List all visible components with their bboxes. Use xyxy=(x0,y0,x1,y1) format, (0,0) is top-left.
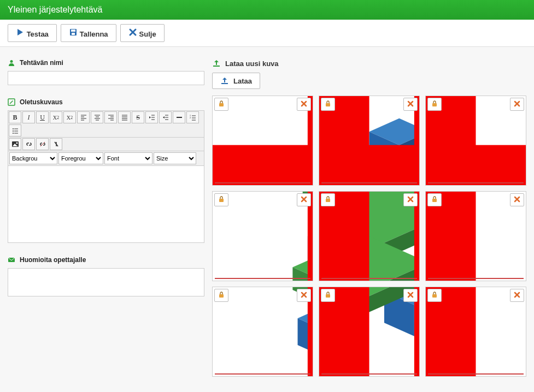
tile-lock-button[interactable] xyxy=(427,289,442,302)
rte-size-select[interactable]: Size xyxy=(154,152,196,164)
task-name-input[interactable] xyxy=(8,71,204,85)
svg-rect-97 xyxy=(326,294,330,298)
tile-delete-button[interactable] xyxy=(403,289,418,302)
svg-point-39 xyxy=(13,130,14,132)
rte-content-area[interactable] xyxy=(8,166,204,242)
delete-icon xyxy=(301,292,307,300)
tile[interactable] xyxy=(212,191,313,281)
task-name-block: Tehtävän nimi xyxy=(8,59,204,85)
rte-underline-button[interactable]: U xyxy=(36,111,49,123)
edit-icon xyxy=(8,98,15,106)
tile-delete-button[interactable] xyxy=(403,98,418,111)
description-label: Oletuskuvaus xyxy=(8,98,204,106)
svg-rect-3 xyxy=(72,33,75,35)
rte-superscript-button[interactable]: X2 xyxy=(63,111,76,123)
rte-indent-button[interactable] xyxy=(159,111,172,123)
tile-delete-button[interactable] xyxy=(297,98,311,111)
svg-rect-49 xyxy=(213,66,220,67)
tile-delete-button[interactable] xyxy=(297,289,311,302)
tile-toolbar xyxy=(214,193,311,206)
rte-ol-button[interactable]: 12 xyxy=(186,111,199,123)
rte-foreground-select[interactable]: Foregrou xyxy=(58,152,103,164)
rte-font-select[interactable]: Font xyxy=(104,152,152,164)
tile[interactable] xyxy=(425,96,526,186)
tile-delete-button[interactable] xyxy=(510,98,524,111)
rte-bold-button[interactable]: B xyxy=(9,111,21,123)
page-title: Yleinen järjestelytehtävä xyxy=(0,0,534,20)
svg-line-47 xyxy=(40,142,45,146)
tile-underline xyxy=(428,278,524,279)
svg-text:2: 2 xyxy=(190,116,191,119)
rte-clear-button[interactable] xyxy=(50,138,62,150)
rte-hr-button[interactable] xyxy=(173,111,185,123)
rte-image-button[interactable] xyxy=(9,138,21,150)
rte-align-center-button[interactable] xyxy=(91,111,103,123)
rte-subscript-button[interactable]: X2 xyxy=(50,111,62,123)
svg-rect-76 xyxy=(219,103,224,106)
upload-button[interactable]: Lataa xyxy=(212,73,260,89)
tile[interactable] xyxy=(319,96,420,186)
tile-lock-button[interactable] xyxy=(321,193,335,206)
close-button[interactable]: Sulje xyxy=(120,24,165,42)
tile-delete-button[interactable] xyxy=(510,289,524,302)
delete-icon xyxy=(301,196,307,204)
svg-rect-91 xyxy=(432,199,437,202)
tile-grid xyxy=(212,96,526,377)
tile-lock-button[interactable] xyxy=(214,98,228,111)
svg-marker-0 xyxy=(17,29,23,35)
tile-underline xyxy=(215,278,310,279)
svg-rect-2 xyxy=(71,29,75,32)
content-area: Tehtävän nimi Oletuskuvaus B I U X2 X2 xyxy=(0,47,534,389)
test-button[interactable]: Testaa xyxy=(8,24,57,42)
rte-link-button[interactable] xyxy=(22,138,35,150)
teacher-notes-input[interactable] xyxy=(8,268,204,296)
tile[interactable] xyxy=(319,191,420,281)
svg-rect-79 xyxy=(326,103,330,106)
tile-lock-button[interactable] xyxy=(214,193,228,206)
rte-strike-button[interactable]: S xyxy=(132,111,144,123)
tile[interactable] xyxy=(425,287,526,377)
rich-text-editor: B I U X2 X2 S 12 xyxy=(8,110,204,243)
close-icon xyxy=(128,28,137,37)
tile-toolbar xyxy=(321,98,418,111)
delete-icon xyxy=(407,196,414,204)
tile[interactable] xyxy=(212,287,313,377)
upload-button-icon xyxy=(220,76,229,85)
tile-lock-button[interactable] xyxy=(427,193,442,206)
delete-icon xyxy=(514,196,520,204)
tile-toolbar xyxy=(321,289,418,302)
close-button-label: Sulje xyxy=(139,30,156,38)
tile-lock-button[interactable] xyxy=(321,98,335,111)
rte-italic-button[interactable]: I xyxy=(22,111,35,123)
svg-point-6 xyxy=(10,60,13,63)
upload-heading: Lataa uusi kuva xyxy=(212,59,526,68)
tile[interactable] xyxy=(319,287,420,377)
tile-delete-button[interactable] xyxy=(297,193,311,206)
tile-delete-button[interactable] xyxy=(510,193,524,206)
mail-icon xyxy=(8,256,15,264)
rte-align-left-button[interactable] xyxy=(77,111,90,123)
rte-align-right-button[interactable] xyxy=(104,111,117,123)
upload-icon xyxy=(212,59,221,68)
rte-outdent-button[interactable] xyxy=(145,111,158,123)
lock-icon xyxy=(431,100,438,109)
upload-button-label: Lataa xyxy=(233,77,252,85)
rte-background-select[interactable]: Backgrou xyxy=(9,152,57,164)
tile-delete-button[interactable] xyxy=(403,193,418,206)
save-button[interactable]: Tallenna xyxy=(61,24,116,42)
rte-toolbar-row-2 xyxy=(8,138,204,151)
tile-underline xyxy=(215,373,310,375)
teacher-notes-label-text: Huomioita opettajalle xyxy=(20,256,86,264)
rte-ul-button[interactable] xyxy=(9,124,21,136)
tile-lock-button[interactable] xyxy=(214,289,228,302)
tile-lock-button[interactable] xyxy=(427,98,442,111)
tile[interactable] xyxy=(425,191,526,281)
tile-toolbar xyxy=(427,98,524,111)
svg-rect-85 xyxy=(219,199,224,202)
tile-lock-button[interactable] xyxy=(321,289,335,302)
tile[interactable] xyxy=(212,96,313,186)
lock-icon xyxy=(325,100,331,109)
tile-toolbar xyxy=(321,193,418,206)
rte-justify-button[interactable] xyxy=(118,111,131,123)
rte-unlink-button[interactable] xyxy=(36,138,49,150)
